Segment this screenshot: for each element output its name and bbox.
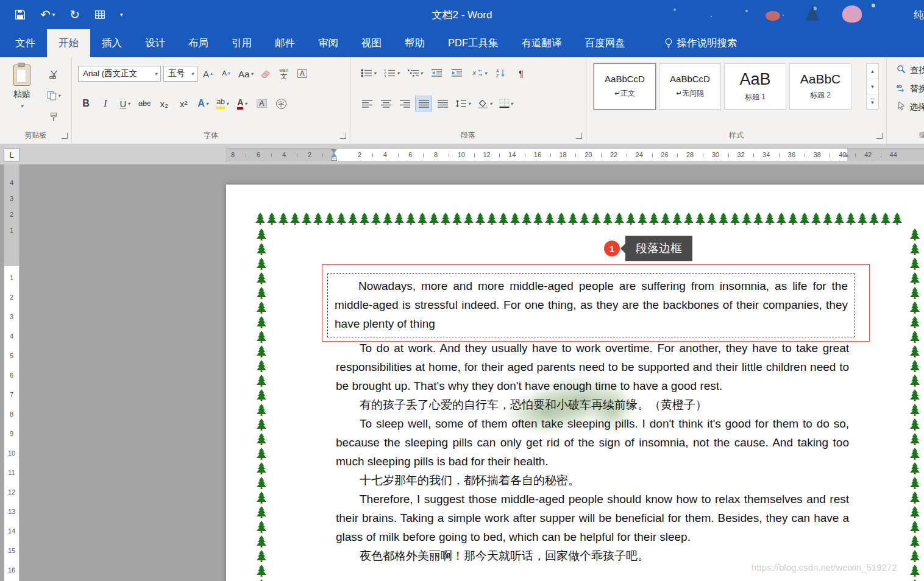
ruler-tick xyxy=(499,153,500,157)
enclose-characters-button[interactable]: 字 xyxy=(273,96,289,111)
align-right-button[interactable] xyxy=(397,96,413,111)
asian-layout-button[interactable]: X▾ xyxy=(469,66,489,80)
align-left-button[interactable] xyxy=(359,96,375,111)
grow-font-button[interactable]: A▴ xyxy=(200,66,216,81)
paste-button[interactable]: 粘贴 ▾ xyxy=(6,62,38,123)
table-tool-button[interactable] xyxy=(94,9,105,20)
select-button[interactable]: 选择▾ xyxy=(897,101,924,113)
align-center-button[interactable] xyxy=(378,96,394,111)
undo-button[interactable]: ↶▾ xyxy=(40,9,55,21)
christmas-tree-icon xyxy=(302,213,311,225)
align-center-icon xyxy=(381,100,391,108)
justify-button[interactable] xyxy=(416,96,432,111)
numbering-button[interactable]: 123▾ xyxy=(382,66,401,80)
christmas-tree-icon xyxy=(603,213,613,225)
save-button[interactable] xyxy=(15,9,26,20)
subscript-button[interactable]: x₂ xyxy=(156,96,172,111)
sort-button[interactable]: AZ xyxy=(493,66,509,80)
borders-button[interactable]: ▾ xyxy=(497,96,515,111)
style-normal[interactable]: AaBbCcD↵正文 xyxy=(594,63,656,110)
eraser-icon xyxy=(260,69,271,79)
style-heading-1[interactable]: AaB标题 1 xyxy=(724,63,786,110)
page[interactable]: Nowadays, more and more middle-aged peop… xyxy=(226,185,924,581)
paragraph-3[interactable]: 有的孩子丢了心爱的自行车，恐怕要和小破车再续前缘。（黄橙子） xyxy=(336,395,849,414)
customize-quick-access-button[interactable]: ▾ xyxy=(120,12,123,18)
highlight-button[interactable]: ab▾ xyxy=(215,96,230,111)
tab-tell-me[interactable]: 操作说明搜索 xyxy=(653,29,749,57)
paragraph-1[interactable]: Nowadays, more and more middle-aged peop… xyxy=(327,273,855,337)
style-sample: AaBbC xyxy=(800,72,841,86)
left-indent-marker[interactable] xyxy=(331,158,337,161)
multilevel-list-button[interactable]: ▾ xyxy=(406,66,425,80)
tab-view[interactable]: 视图 xyxy=(350,29,393,57)
tab-layout[interactable]: 布局 xyxy=(177,29,220,57)
style-scroll-down-button[interactable]: ▼ xyxy=(867,79,878,94)
character-shading-button[interactable]: A xyxy=(254,96,269,111)
change-case-button[interactable]: Aa▾ xyxy=(236,66,255,81)
christmas-tree-icon xyxy=(753,213,763,225)
tab-baidu-netdisk[interactable]: 百度网盘 xyxy=(574,29,637,57)
replace-button[interactable]: ab替换▾ xyxy=(897,83,924,94)
right-indent-marker[interactable] xyxy=(843,153,849,157)
hanging-indent-marker[interactable] xyxy=(331,153,337,157)
clear-formatting-button[interactable] xyxy=(258,66,274,81)
text-effects-button[interactable]: A▾ xyxy=(195,96,211,111)
tab-design[interactable]: 设计 xyxy=(133,29,177,57)
font-name-combo[interactable]: Arial (西文正文▾ xyxy=(78,66,161,82)
strikethrough-button[interactable]: abc xyxy=(137,96,152,111)
grow-font-label: A xyxy=(203,69,209,79)
bold-button[interactable]: B xyxy=(78,96,94,111)
clipboard-dialog-launcher[interactable] xyxy=(62,133,68,139)
ribbon: 粘贴 ▾ ▾ 剪贴板 Arial (西文正文▾ 五号▾ A▴ A▾ Aa▾ wé… xyxy=(0,57,924,144)
decrease-indent-button[interactable] xyxy=(429,66,445,80)
tab-help[interactable]: 帮助 xyxy=(393,29,436,57)
redo-button[interactable]: ↻ xyxy=(69,9,80,21)
ruler-number: 6 xyxy=(4,371,19,379)
christmas-tree-icon xyxy=(257,331,266,343)
italic-button[interactable]: I xyxy=(98,96,113,111)
superscript-button[interactable]: x² xyxy=(176,96,191,111)
font-color-button[interactable]: A▾ xyxy=(234,96,250,111)
tab-insert[interactable]: 插入 xyxy=(90,29,133,57)
style-heading-2[interactable]: AaBbC标题 2 xyxy=(789,63,851,110)
find-button[interactable]: 查找▾ xyxy=(897,65,924,76)
christmas-tree-icon xyxy=(556,213,566,225)
style-scroll-up-button[interactable]: ▲ xyxy=(867,64,878,79)
tab-review[interactable]: 审阅 xyxy=(307,29,350,57)
style-no-spacing[interactable]: AaBbCcD↵无间隔 xyxy=(659,63,721,110)
vertical-ruler[interactable]: 432112345678910111213141516 xyxy=(4,164,20,581)
format-painter-button[interactable] xyxy=(45,110,62,124)
lightbulb-icon xyxy=(664,38,673,49)
paragraph-6[interactable]: Therefore, I suggest those middle-aged p… xyxy=(336,490,849,546)
tab-references[interactable]: 引用 xyxy=(220,29,263,57)
tab-file[interactable]: 文件 xyxy=(4,29,47,57)
increase-indent-button[interactable] xyxy=(449,66,465,80)
ruler-number: 38 xyxy=(813,151,820,158)
tab-pdf-tools[interactable]: PDF工具集 xyxy=(436,29,510,57)
underline-button[interactable]: U▾ xyxy=(117,96,133,111)
style-gallery-more-button[interactable]: ▼ xyxy=(867,94,878,109)
paragraph-2[interactable]: To do at work. And they usually have to … xyxy=(336,339,849,395)
shading-button[interactable]: ▾ xyxy=(475,96,494,111)
tab-mailings[interactable]: 邮件 xyxy=(263,29,307,57)
cut-button[interactable] xyxy=(45,67,62,82)
bucket-icon xyxy=(477,99,488,108)
shrink-font-button[interactable]: A▾ xyxy=(218,66,234,81)
horizontal-ruler[interactable]: 8642246810121416182022242628303234363840… xyxy=(226,148,924,161)
font-dialog-launcher[interactable] xyxy=(340,133,346,139)
paragraph-5[interactable]: 十七岁那年的我们，都怀揣着各自的秘密。 xyxy=(336,471,849,490)
tab-stop-selector[interactable]: L xyxy=(4,148,20,161)
character-border-button[interactable]: A xyxy=(294,66,310,81)
show-hide-marks-button[interactable]: ¶ xyxy=(513,66,529,80)
distribute-button[interactable] xyxy=(435,96,450,111)
paragraph-dialog-launcher[interactable] xyxy=(576,133,582,139)
phonetic-guide-button[interactable]: wén文 xyxy=(276,66,292,81)
tab-youdao-translate[interactable]: 有道翻译 xyxy=(510,29,574,57)
bullets-button[interactable]: ▾ xyxy=(359,66,378,80)
tab-home[interactable]: 开始 xyxy=(47,29,90,57)
font-size-combo[interactable]: 五号▾ xyxy=(163,66,197,82)
line-spacing-button[interactable]: ▾ xyxy=(453,96,472,111)
paragraph-4[interactable]: To sleep well, some of them often take s… xyxy=(336,414,849,471)
styles-dialog-launcher[interactable] xyxy=(876,133,883,139)
copy-button[interactable]: ▾ xyxy=(45,88,62,103)
